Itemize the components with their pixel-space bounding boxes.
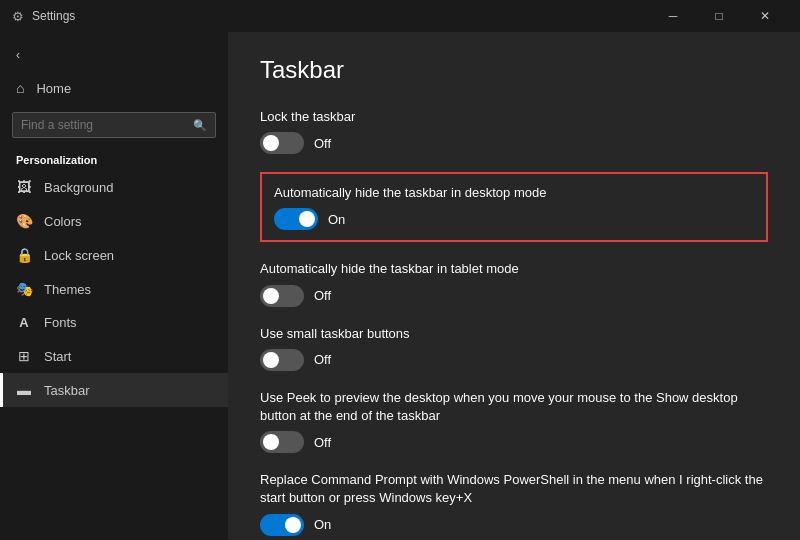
search-input[interactable] <box>21 118 187 132</box>
auto-hide-desktop-label: Automatically hide the taskbar in deskto… <box>274 184 754 202</box>
powershell-toggle[interactable] <box>260 514 304 536</box>
lock-screen-label: Lock screen <box>44 248 114 263</box>
sidebar-item-background[interactable]: 🖼 Background <box>0 170 228 204</box>
home-label: Home <box>36 81 71 96</box>
auto-hide-tablet-state: Off <box>314 288 331 303</box>
maximize-button[interactable]: □ <box>696 0 742 32</box>
powershell-toggle-knob <box>285 517 301 533</box>
themes-icon: 🎭 <box>16 281 32 297</box>
start-label: Start <box>44 349 71 364</box>
auto-hide-tablet-toggle-row: Off <box>260 285 768 307</box>
peek-toggle-knob <box>263 434 279 450</box>
settings-icon: ⚙ <box>12 9 24 24</box>
fonts-label: Fonts <box>44 315 77 330</box>
lock-taskbar-toggle-row: Off <box>260 132 768 154</box>
title-bar-text: Settings <box>32 9 75 23</box>
colors-icon: 🎨 <box>16 213 32 229</box>
auto-hide-desktop-toggle-knob <box>299 211 315 227</box>
peek-setting: Use Peek to preview the desktop when you… <box>260 389 768 453</box>
auto-hide-tablet-setting: Automatically hide the taskbar in tablet… <box>260 260 768 306</box>
lock-taskbar-toggle-knob <box>263 135 279 151</box>
sidebar: ‹ ⌂ Home 🔍 Personalization 🖼 Background … <box>0 32 228 540</box>
taskbar-label: Taskbar <box>44 383 90 398</box>
small-buttons-toggle-knob <box>263 352 279 368</box>
auto-hide-tablet-toggle[interactable] <box>260 285 304 307</box>
auto-hide-tablet-label: Automatically hide the taskbar in tablet… <box>260 260 768 278</box>
home-nav-item[interactable]: ⌂ Home <box>0 70 228 106</box>
title-bar: ⚙ Settings ─ □ ✕ <box>0 0 800 32</box>
lock-screen-icon: 🔒 <box>16 247 32 263</box>
sidebar-item-start[interactable]: ⊞ Start <box>0 339 228 373</box>
back-arrow-icon: ‹ <box>16 48 20 62</box>
minimize-button[interactable]: ─ <box>650 0 696 32</box>
small-buttons-toggle[interactable] <box>260 349 304 371</box>
sidebar-item-lock-screen[interactable]: 🔒 Lock screen <box>0 238 228 272</box>
lock-taskbar-setting: Lock the taskbar Off <box>260 108 768 154</box>
section-label: Personalization <box>0 144 228 170</box>
small-buttons-state: Off <box>314 352 331 367</box>
page-title: Taskbar <box>260 56 768 84</box>
peek-toggle-row: Off <box>260 431 768 453</box>
title-bar-controls: ─ □ ✕ <box>650 0 788 32</box>
lock-taskbar-label: Lock the taskbar <box>260 108 768 126</box>
small-buttons-label: Use small taskbar buttons <box>260 325 768 343</box>
search-box[interactable]: 🔍 <box>12 112 216 138</box>
colors-label: Colors <box>44 214 82 229</box>
peek-label: Use Peek to preview the desktop when you… <box>260 389 768 425</box>
title-bar-left: ⚙ Settings <box>12 9 75 24</box>
back-button[interactable]: ‹ <box>0 40 228 70</box>
background-label: Background <box>44 180 113 195</box>
sidebar-item-colors[interactable]: 🎨 Colors <box>0 204 228 238</box>
auto-hide-desktop-toggle[interactable] <box>274 208 318 230</box>
powershell-setting: Replace Command Prompt with Windows Powe… <box>260 471 768 535</box>
auto-hide-desktop-toggle-row: On <box>274 208 754 230</box>
sidebar-item-taskbar[interactable]: ▬ Taskbar <box>0 373 228 407</box>
taskbar-icon: ▬ <box>16 382 32 398</box>
powershell-toggle-row: On <box>260 514 768 536</box>
home-icon: ⌂ <box>16 80 24 96</box>
start-icon: ⊞ <box>16 348 32 364</box>
app-body: ‹ ⌂ Home 🔍 Personalization 🖼 Background … <box>0 32 800 540</box>
close-button[interactable]: ✕ <box>742 0 788 32</box>
content-area: Taskbar Lock the taskbar Off Automatical… <box>228 32 800 540</box>
lock-taskbar-toggle[interactable] <box>260 132 304 154</box>
fonts-icon: A <box>16 315 32 330</box>
powershell-state: On <box>314 517 331 532</box>
sidebar-item-fonts[interactable]: A Fonts <box>0 306 228 339</box>
themes-label: Themes <box>44 282 91 297</box>
background-icon: 🖼 <box>16 179 32 195</box>
auto-hide-desktop-state: On <box>328 212 345 227</box>
sidebar-item-themes[interactable]: 🎭 Themes <box>0 272 228 306</box>
powershell-label: Replace Command Prompt with Windows Powe… <box>260 471 768 507</box>
small-buttons-setting: Use small taskbar buttons Off <box>260 325 768 371</box>
small-buttons-toggle-row: Off <box>260 349 768 371</box>
search-icon: 🔍 <box>193 119 207 132</box>
auto-hide-desktop-highlight: Automatically hide the taskbar in deskto… <box>260 172 768 242</box>
peek-state: Off <box>314 435 331 450</box>
lock-taskbar-state: Off <box>314 136 331 151</box>
auto-hide-tablet-toggle-knob <box>263 288 279 304</box>
peek-toggle[interactable] <box>260 431 304 453</box>
